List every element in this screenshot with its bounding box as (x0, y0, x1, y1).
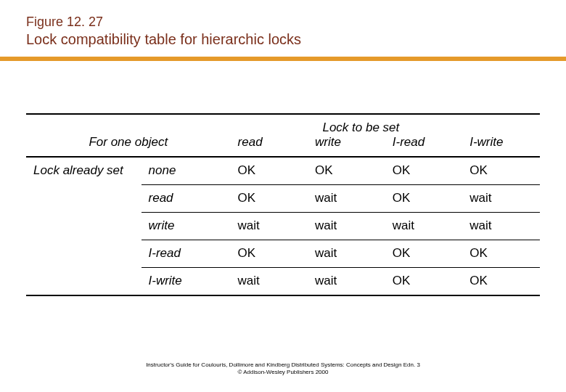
cell: OK (385, 157, 462, 185)
cell: OK (462, 240, 540, 268)
cell: wait (462, 185, 540, 213)
cell: wait (308, 268, 385, 296)
row-header-lock-already-set: Lock already set (26, 157, 142, 295)
cell: OK (385, 240, 462, 268)
figure-title: Lock compatibility table for hierarchic … (26, 31, 540, 48)
cell: OK (462, 157, 540, 185)
row-state: I-write (142, 268, 231, 296)
col-header-write: write (315, 135, 341, 149)
cell: OK (308, 157, 385, 185)
row-state: none (142, 157, 231, 185)
cell: wait (308, 213, 385, 240)
row-state: write (142, 213, 231, 240)
cell: OK (231, 185, 308, 213)
table-row: Lock already set none OK OK OK OK (26, 157, 540, 185)
row-state: read (142, 185, 231, 213)
row-state: I-read (142, 240, 231, 268)
figure-number: Figure 12. 27 (26, 15, 540, 30)
cell: wait (385, 213, 462, 240)
cell: OK (385, 185, 462, 213)
cell: wait (308, 240, 385, 268)
cell: wait (231, 213, 308, 240)
cell: OK (231, 157, 308, 185)
cell: wait (308, 185, 385, 213)
footer-line1: Instructor's Guide for Coulouris, Dollim… (0, 362, 566, 369)
cell: OK (462, 268, 540, 296)
cell: OK (231, 240, 308, 268)
lock-compat-table: For one object read Lock to be set write… (26, 113, 540, 296)
cell: wait (462, 213, 540, 240)
col-header-read: read (231, 114, 308, 157)
cell: OK (385, 268, 462, 296)
header-for-one-object: For one object (26, 114, 231, 157)
divider-bar (0, 57, 566, 61)
cell: wait (231, 268, 308, 296)
col-header-iwrite: I-write (462, 114, 540, 157)
footer: Instructor's Guide for Coulouris, Dollim… (0, 362, 566, 376)
footer-line2: © Addison-Wesley Publishers 2000 (0, 369, 566, 376)
